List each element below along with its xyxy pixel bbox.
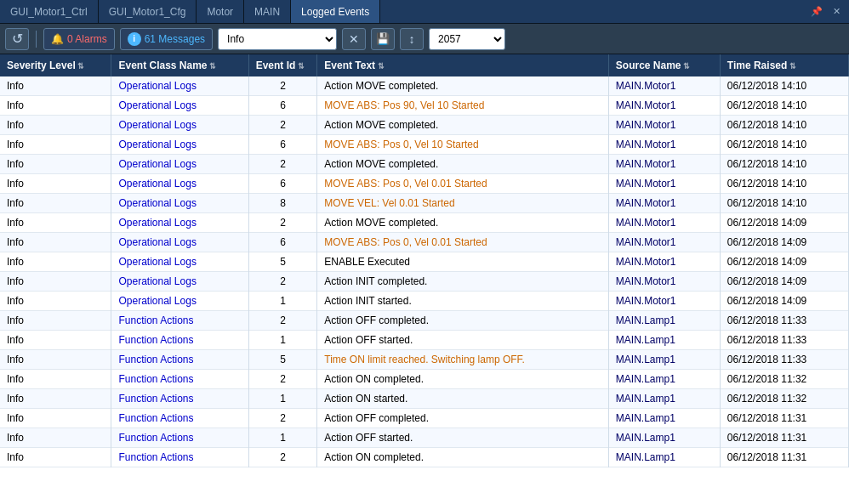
alarm-badge: 🔔 0 Alarms bbox=[43, 28, 115, 50]
cell-event-text: MOVE ABS: Pos 0, Vel 0.01 Started bbox=[317, 174, 609, 194]
col-header-event-text[interactable]: Event Text bbox=[317, 54, 609, 76]
col-header-time-raised[interactable]: Time Raised bbox=[720, 54, 848, 76]
clear-filter-button[interactable]: ✕ bbox=[342, 28, 366, 50]
cell-event-text: MOVE VEL: Vel 0.01 Started bbox=[317, 194, 609, 213]
tab-motor[interactable]: Motor bbox=[197, 0, 244, 23]
table-row[interactable]: Info Operational Logs 8 MOVE VEL: Vel 0.… bbox=[0, 194, 849, 213]
cell-severity: Info bbox=[0, 233, 111, 252]
cell-class-name: Operational Logs bbox=[111, 135, 248, 155]
table-row[interactable]: Info Function Actions 5 Time ON limit re… bbox=[0, 350, 849, 370]
cell-event-id: 6 bbox=[248, 96, 317, 116]
close-tab-button[interactable]: ✕ bbox=[829, 4, 844, 19]
table-row[interactable]: Info Operational Logs 6 MOVE ABS: Pos 90… bbox=[0, 96, 849, 116]
table-row[interactable]: Info Operational Logs 6 MOVE ABS: Pos 0,… bbox=[0, 174, 849, 194]
cell-source: MAIN.Motor1 bbox=[608, 292, 720, 311]
cell-time: 06/12/2018 14:09 bbox=[720, 252, 848, 272]
table-row[interactable]: Info Function Actions 2 Action ON comple… bbox=[0, 448, 849, 467]
cell-event-text: Action ON completed. bbox=[317, 370, 609, 389]
cell-class-name: Function Actions bbox=[111, 448, 248, 467]
cell-class-name: Operational Logs bbox=[111, 213, 248, 233]
cell-source: MAIN.Motor1 bbox=[608, 194, 720, 213]
table-row[interactable]: Info Function Actions 2 Action OFF compl… bbox=[0, 409, 849, 428]
table-row[interactable]: Info Function Actions 1 Action OFF start… bbox=[0, 331, 849, 350]
table-row[interactable]: Info Operational Logs 2 Action INIT comp… bbox=[0, 272, 849, 292]
cell-event-id: 5 bbox=[248, 350, 317, 370]
cell-class-name: Operational Logs bbox=[111, 252, 248, 272]
cell-source: MAIN.Lamp1 bbox=[608, 311, 720, 331]
event-id-select[interactable]: 2057 2056 2055 bbox=[429, 28, 505, 50]
tab-main[interactable]: MAIN bbox=[244, 0, 291, 23]
cell-severity: Info bbox=[0, 272, 111, 292]
table-row[interactable]: Info Function Actions 2 Action OFF compl… bbox=[0, 311, 849, 331]
col-header-event-id[interactable]: Event Id bbox=[248, 54, 317, 76]
clear-icon: ✕ bbox=[349, 32, 359, 46]
cell-event-text: Action OFF completed. bbox=[317, 409, 609, 428]
col-header-source-name[interactable]: Source Name bbox=[608, 54, 720, 76]
table-row[interactable]: Info Operational Logs 2 Action MOVE comp… bbox=[0, 155, 849, 174]
cell-time: 06/12/2018 14:09 bbox=[720, 292, 848, 311]
table-row[interactable]: Info Operational Logs 6 MOVE ABS: Pos 0,… bbox=[0, 135, 849, 155]
cell-time: 06/12/2018 14:10 bbox=[720, 116, 848, 135]
table-row[interactable]: Info Function Actions 1 Action OFF start… bbox=[0, 428, 849, 448]
table-row[interactable]: Info Function Actions 2 Action ON comple… bbox=[0, 370, 849, 389]
cell-source: MAIN.Motor1 bbox=[608, 174, 720, 194]
cell-class-name: Operational Logs bbox=[111, 116, 248, 135]
table-row[interactable]: Info Operational Logs 2 Action MOVE comp… bbox=[0, 213, 849, 233]
col-header-class-name[interactable]: Event Class Name bbox=[111, 54, 248, 76]
cell-event-text: Action OFF started. bbox=[317, 428, 609, 448]
cell-event-text: Action INIT started. bbox=[317, 292, 609, 311]
cell-event-text: Action ON started. bbox=[317, 389, 609, 409]
cell-source: MAIN.Motor1 bbox=[608, 213, 720, 233]
cell-class-name: Function Actions bbox=[111, 331, 248, 350]
tab-logged-events[interactable]: Logged Events bbox=[291, 0, 380, 23]
cell-severity: Info bbox=[0, 155, 111, 174]
cell-severity: Info bbox=[0, 213, 111, 233]
cell-class-name: Operational Logs bbox=[111, 155, 248, 174]
export-button[interactable]: 💾 bbox=[371, 28, 395, 50]
tab-spacer bbox=[380, 0, 802, 23]
cell-event-text: MOVE ABS: Pos 0, Vel 0.01 Started bbox=[317, 233, 609, 252]
cell-event-id: 8 bbox=[248, 194, 317, 213]
cell-class-name: Function Actions bbox=[111, 370, 248, 389]
cell-class-name: Operational Logs bbox=[111, 96, 248, 116]
cell-event-id: 6 bbox=[248, 135, 317, 155]
filter-severity-select[interactable]: Info Warning Error Critical bbox=[218, 28, 337, 50]
refresh-button[interactable]: ↺ bbox=[5, 28, 29, 50]
cell-time: 06/12/2018 11:33 bbox=[720, 311, 848, 331]
cell-class-name: Function Actions bbox=[111, 409, 248, 428]
cell-source: MAIN.Lamp1 bbox=[608, 389, 720, 409]
tab-window-controls: 📌 ✕ bbox=[802, 0, 849, 23]
cell-severity: Info bbox=[0, 448, 111, 467]
cell-severity: Info bbox=[0, 76, 111, 96]
cell-event-text: Action MOVE completed. bbox=[317, 116, 609, 135]
toolbar-separator-1 bbox=[36, 31, 37, 48]
table-row[interactable]: Info Operational Logs 6 MOVE ABS: Pos 0,… bbox=[0, 233, 849, 252]
table-row[interactable]: Info Operational Logs 5 ENABLE Executed … bbox=[0, 252, 849, 272]
toolbar: ↺ 🔔 0 Alarms i 61 Messages Info Warning … bbox=[0, 24, 849, 54]
cell-event-id: 2 bbox=[248, 76, 317, 96]
cell-time: 06/12/2018 14:10 bbox=[720, 76, 848, 96]
cell-time: 06/12/2018 14:10 bbox=[720, 194, 848, 213]
cell-event-text: Action MOVE completed. bbox=[317, 76, 609, 96]
cell-severity: Info bbox=[0, 331, 111, 350]
cell-event-text: Action OFF completed. bbox=[317, 311, 609, 331]
table-row[interactable]: Info Operational Logs 2 Action MOVE comp… bbox=[0, 116, 849, 135]
cell-source: MAIN.Lamp1 bbox=[608, 409, 720, 428]
events-table-container: Severity Level Event Class Name Event Id… bbox=[0, 54, 849, 504]
table-row[interactable]: Info Operational Logs 1 Action INIT star… bbox=[0, 292, 849, 311]
table-body: Info Operational Logs 2 Action MOVE comp… bbox=[0, 76, 849, 467]
tab-gui-motor1-cfg[interactable]: GUI_Motor1_Cfg bbox=[99, 0, 197, 23]
table-row[interactable]: Info Function Actions 1 Action ON starte… bbox=[0, 389, 849, 409]
table-row[interactable]: Info Operational Logs 2 Action MOVE comp… bbox=[0, 76, 849, 96]
cell-severity: Info bbox=[0, 370, 111, 389]
cell-severity: Info bbox=[0, 350, 111, 370]
sort-button[interactable]: ↕ bbox=[400, 28, 424, 50]
col-header-severity[interactable]: Severity Level bbox=[0, 54, 111, 76]
pin-tab-button[interactable]: 📌 bbox=[807, 4, 826, 19]
cell-time: 06/12/2018 14:10 bbox=[720, 96, 848, 116]
cell-event-id: 6 bbox=[248, 174, 317, 194]
cell-event-text: MOVE ABS: Pos 0, Vel 10 Started bbox=[317, 135, 609, 155]
alarm-count-label: 0 Alarms bbox=[67, 33, 107, 45]
tab-gui-motor1-ctrl[interactable]: GUI_Motor1_Ctrl bbox=[0, 0, 99, 23]
cell-time: 06/12/2018 11:31 bbox=[720, 448, 848, 467]
